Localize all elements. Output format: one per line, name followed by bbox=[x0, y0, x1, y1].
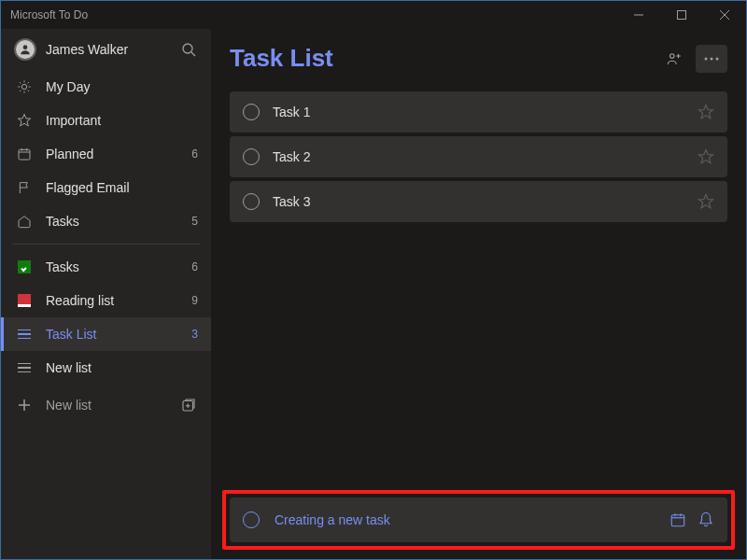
hamburger-icon bbox=[16, 329, 33, 340]
sidebar-divider bbox=[12, 244, 200, 245]
svg-point-26 bbox=[670, 53, 675, 58]
smart-lists: My Day Important Planned 6 bbox=[1, 70, 211, 238]
sidebar-item-label: Tasks bbox=[46, 259, 178, 274]
sun-icon bbox=[16, 79, 33, 94]
svg-line-15 bbox=[28, 82, 29, 83]
svg-marker-32 bbox=[699, 105, 713, 119]
task-title: Task 3 bbox=[273, 194, 684, 209]
list-color-icon bbox=[16, 294, 33, 307]
sidebar-item-label: Task List bbox=[46, 327, 178, 342]
task-star-toggle[interactable] bbox=[698, 104, 714, 120]
window-close-button[interactable] bbox=[703, 1, 746, 29]
sidebar-item-count: 3 bbox=[191, 328, 198, 341]
home-icon bbox=[16, 214, 33, 229]
window-maximize-button[interactable] bbox=[660, 1, 703, 29]
titlebar: Microsoft To Do bbox=[1, 1, 746, 29]
sidebar-item-label: Reading list bbox=[46, 293, 178, 308]
share-list-button[interactable] bbox=[658, 45, 690, 73]
sidebar-list-task-list[interactable]: Task List 3 bbox=[1, 317, 211, 351]
sidebar-item-count: 6 bbox=[191, 260, 198, 273]
svg-point-31 bbox=[716, 57, 719, 60]
sidebar-item-my-day[interactable]: My Day bbox=[1, 70, 211, 104]
svg-rect-17 bbox=[19, 149, 30, 160]
add-task-bar[interactable] bbox=[230, 497, 727, 542]
sidebar-item-label: Tasks bbox=[46, 214, 178, 229]
sidebar-item-planned[interactable]: Planned 6 bbox=[1, 137, 211, 171]
search-button[interactable] bbox=[179, 40, 198, 59]
calendar-icon bbox=[16, 147, 33, 161]
task-list: Task 1 Task 2 Task 3 bbox=[230, 91, 727, 222]
svg-line-12 bbox=[20, 82, 21, 83]
user-lists: Tasks 6 Reading list 9 Task List 3 New l… bbox=[1, 250, 211, 385]
svg-point-30 bbox=[711, 57, 713, 60]
sidebar-item-count: 5 bbox=[191, 215, 198, 228]
window-minimize-button[interactable] bbox=[617, 1, 660, 29]
task-row[interactable]: Task 2 bbox=[230, 136, 727, 177]
svg-marker-34 bbox=[699, 195, 713, 208]
list-title[interactable]: Task List bbox=[230, 44, 333, 73]
sidebar-item-count: 6 bbox=[191, 147, 198, 161]
svg-rect-35 bbox=[671, 515, 684, 526]
svg-point-7 bbox=[21, 84, 26, 89]
svg-line-13 bbox=[28, 91, 29, 91]
main-panel: Task List Task 1 bbox=[211, 29, 746, 559]
new-list-label: New list bbox=[46, 398, 166, 413]
profile-name: James Walker bbox=[46, 42, 170, 57]
sidebar-item-important[interactable]: Important bbox=[1, 104, 211, 137]
svg-point-29 bbox=[705, 57, 708, 60]
task-star-toggle[interactable] bbox=[698, 148, 714, 165]
avatar bbox=[14, 38, 36, 61]
svg-line-14 bbox=[20, 91, 21, 91]
svg-marker-16 bbox=[18, 114, 30, 126]
new-list-row[interactable]: New list bbox=[1, 388, 211, 422]
sidebar-list-tasks[interactable]: Tasks 6 bbox=[1, 250, 211, 284]
list-options-button[interactable] bbox=[696, 45, 727, 73]
star-icon bbox=[16, 113, 33, 128]
checkbox-icon bbox=[16, 260, 33, 273]
list-header: Task List bbox=[230, 44, 727, 73]
sidebar-item-label: New list bbox=[46, 360, 185, 375]
svg-line-6 bbox=[191, 52, 195, 56]
sidebar-item-tasks[interactable]: Tasks 5 bbox=[1, 204, 211, 238]
task-title: Task 1 bbox=[273, 105, 684, 119]
add-task-circle-icon bbox=[243, 511, 260, 528]
reminder-button[interactable] bbox=[698, 511, 714, 528]
sidebar-item-count: 9 bbox=[191, 294, 198, 307]
app-window: Microsoft To Do James Walker bbox=[0, 0, 747, 560]
sidebar-item-label: Planned bbox=[46, 147, 178, 161]
hamburger-icon bbox=[16, 363, 33, 373]
svg-point-5 bbox=[183, 44, 192, 53]
svg-rect-1 bbox=[678, 11, 686, 20]
task-complete-toggle[interactable] bbox=[243, 193, 260, 210]
new-group-button[interactable] bbox=[179, 397, 198, 413]
sidebar-item-flagged-email[interactable]: Flagged Email bbox=[1, 171, 211, 204]
task-star-toggle[interactable] bbox=[698, 193, 714, 210]
task-row[interactable]: Task 1 bbox=[230, 91, 727, 133]
task-complete-toggle[interactable] bbox=[243, 104, 260, 120]
sidebar-list-new-list[interactable]: New list bbox=[1, 351, 211, 385]
sidebar-item-label: Flagged Email bbox=[46, 180, 185, 195]
task-complete-toggle[interactable] bbox=[243, 148, 260, 165]
profile-row[interactable]: James Walker bbox=[1, 29, 211, 70]
app-title: Microsoft To Do bbox=[10, 8, 88, 21]
sidebar-item-label: My Day bbox=[46, 79, 185, 94]
svg-marker-33 bbox=[699, 150, 713, 163]
plus-icon bbox=[16, 399, 33, 412]
task-row[interactable]: Task 3 bbox=[230, 181, 727, 222]
sidebar-list-reading-list[interactable]: Reading list 9 bbox=[1, 284, 211, 317]
sidebar-item-label: Important bbox=[46, 113, 185, 128]
due-date-button[interactable] bbox=[669, 511, 686, 528]
task-title: Task 2 bbox=[273, 149, 684, 164]
add-task-input[interactable] bbox=[273, 511, 656, 528]
svg-point-4 bbox=[23, 45, 28, 49]
flag-icon bbox=[16, 180, 33, 195]
sidebar: James Walker My Day Importan bbox=[1, 29, 211, 559]
